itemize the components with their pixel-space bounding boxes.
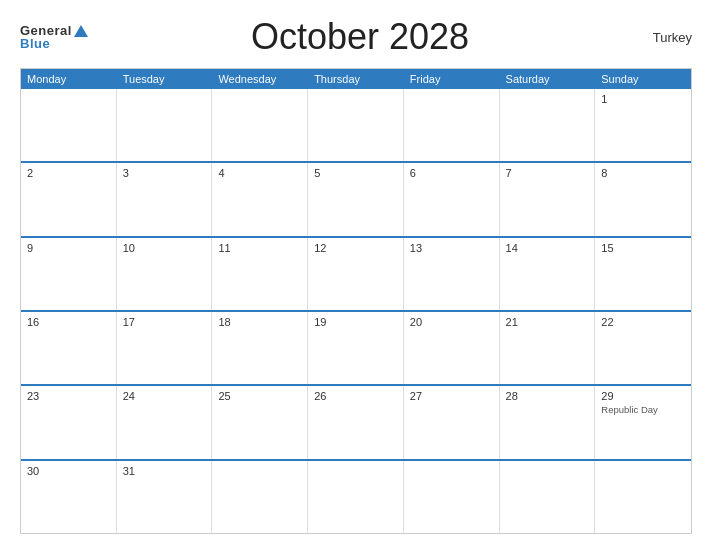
calendar-cell (212, 89, 308, 161)
calendar-cell: 5 (308, 163, 404, 235)
calendar-cell: 13 (404, 238, 500, 310)
day-number: 22 (601, 316, 685, 328)
calendar-cell: 21 (500, 312, 596, 384)
calendar-cell (117, 89, 213, 161)
calendar-cell: 9 (21, 238, 117, 310)
calendar-cell: 11 (212, 238, 308, 310)
day-number: 12 (314, 242, 397, 254)
calendar-cell: 1 (595, 89, 691, 161)
day-number: 30 (27, 465, 110, 477)
calendar-week-2: 2345678 (21, 161, 691, 235)
calendar-cell: 28 (500, 386, 596, 458)
country-label: Turkey (632, 30, 692, 45)
calendar-cell: 29Republic Day (595, 386, 691, 458)
day-number: 19 (314, 316, 397, 328)
calendar-cell (404, 89, 500, 161)
calendar-cell: 31 (117, 461, 213, 533)
calendar-title: October 2028 (88, 16, 632, 58)
calendar-cell: 27 (404, 386, 500, 458)
day-number: 23 (27, 390, 110, 402)
header-day-monday: Monday (21, 69, 117, 89)
logo-triangle-icon (74, 25, 88, 37)
calendar-cell: 14 (500, 238, 596, 310)
day-number: 11 (218, 242, 301, 254)
page: General Blue October 2028 Turkey MondayT… (0, 0, 712, 550)
day-number: 21 (506, 316, 589, 328)
day-number: 10 (123, 242, 206, 254)
calendar-cell (500, 461, 596, 533)
day-number: 7 (506, 167, 589, 179)
header-day-saturday: Saturday (500, 69, 596, 89)
calendar-cell: 19 (308, 312, 404, 384)
day-number: 6 (410, 167, 493, 179)
header-day-thursday: Thursday (308, 69, 404, 89)
calendar-week-4: 16171819202122 (21, 310, 691, 384)
calendar-cell: 22 (595, 312, 691, 384)
day-event: Republic Day (601, 404, 685, 415)
day-number: 9 (27, 242, 110, 254)
day-number: 2 (27, 167, 110, 179)
calendar-cell: 16 (21, 312, 117, 384)
day-number: 18 (218, 316, 301, 328)
day-number: 26 (314, 390, 397, 402)
calendar-cell: 3 (117, 163, 213, 235)
header-day-friday: Friday (404, 69, 500, 89)
day-number: 8 (601, 167, 685, 179)
calendar-week-5: 23242526272829Republic Day (21, 384, 691, 458)
calendar-cell (595, 461, 691, 533)
day-number: 20 (410, 316, 493, 328)
day-number: 3 (123, 167, 206, 179)
calendar-cell: 2 (21, 163, 117, 235)
calendar-cell: 18 (212, 312, 308, 384)
day-number: 14 (506, 242, 589, 254)
calendar-cell: 25 (212, 386, 308, 458)
calendar-cell: 10 (117, 238, 213, 310)
calendar-cell: 4 (212, 163, 308, 235)
calendar-cell: 20 (404, 312, 500, 384)
calendar-body: 1234567891011121314151617181920212223242… (21, 89, 691, 533)
calendar-cell: 8 (595, 163, 691, 235)
day-number: 28 (506, 390, 589, 402)
calendar: MondayTuesdayWednesdayThursdayFridaySatu… (20, 68, 692, 534)
calendar-cell (212, 461, 308, 533)
calendar-week-6: 3031 (21, 459, 691, 533)
day-number: 24 (123, 390, 206, 402)
header-day-tuesday: Tuesday (117, 69, 213, 89)
day-number: 17 (123, 316, 206, 328)
day-number: 25 (218, 390, 301, 402)
day-number: 13 (410, 242, 493, 254)
calendar-week-1: 1 (21, 89, 691, 161)
calendar-cell (404, 461, 500, 533)
calendar-cell: 23 (21, 386, 117, 458)
calendar-cell: 15 (595, 238, 691, 310)
header-day-sunday: Sunday (595, 69, 691, 89)
calendar-cell (500, 89, 596, 161)
calendar-cell: 24 (117, 386, 213, 458)
day-number: 4 (218, 167, 301, 179)
calendar-cell: 6 (404, 163, 500, 235)
calendar-cell: 26 (308, 386, 404, 458)
calendar-cell (21, 89, 117, 161)
calendar-week-3: 9101112131415 (21, 236, 691, 310)
header-day-wednesday: Wednesday (212, 69, 308, 89)
logo-blue-text: Blue (20, 37, 50, 50)
logo: General Blue (20, 24, 88, 50)
calendar-cell: 12 (308, 238, 404, 310)
calendar-header: MondayTuesdayWednesdayThursdayFridaySatu… (21, 69, 691, 89)
day-number: 31 (123, 465, 206, 477)
day-number: 1 (601, 93, 685, 105)
calendar-cell: 30 (21, 461, 117, 533)
calendar-cell (308, 89, 404, 161)
calendar-cell: 17 (117, 312, 213, 384)
calendar-cell (308, 461, 404, 533)
header: General Blue October 2028 Turkey (20, 16, 692, 58)
day-number: 5 (314, 167, 397, 179)
day-number: 15 (601, 242, 685, 254)
day-number: 29 (601, 390, 685, 402)
day-number: 16 (27, 316, 110, 328)
day-number: 27 (410, 390, 493, 402)
calendar-cell: 7 (500, 163, 596, 235)
